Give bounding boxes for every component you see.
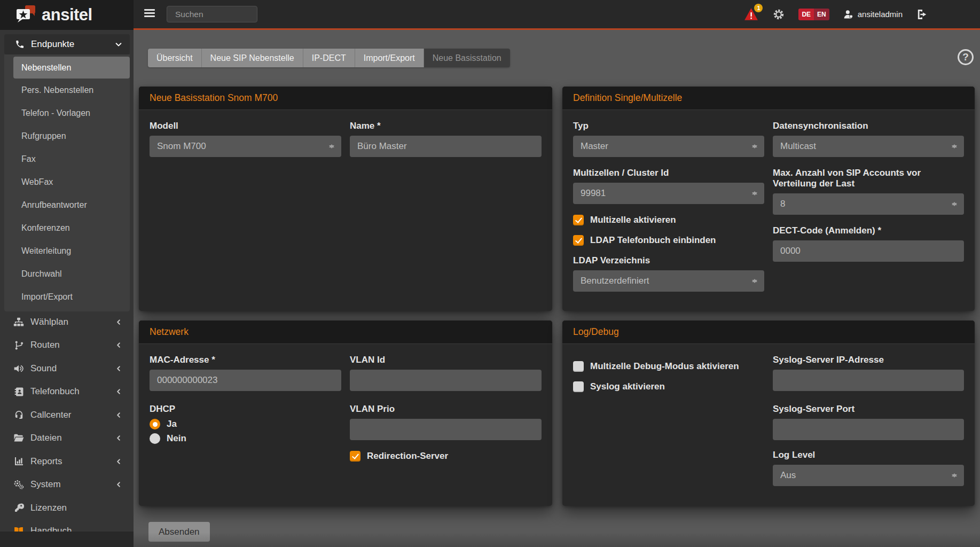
lang-de-button[interactable]: DE [798,9,814,20]
mac-adresse-input[interactable] [150,370,341,391]
tab-ip-dect[interactable]: IP-DECT [303,49,355,67]
typ-label: Typ [573,121,764,131]
typ-select-value: Master [581,141,608,152]
brand-logo-icon [14,4,38,26]
panel-neue-basisstation: Neue Basisstation Snom M700 Modell Snom … [139,87,552,311]
syslog-ip-input[interactable] [773,370,964,391]
sidebar-item-rufgruppen[interactable]: Rufgruppen [4,124,130,147]
sidebar-item-label: Wählplan [30,317,68,327]
name-input[interactable] [350,136,542,157]
sidebar-item-callcenter[interactable]: Callcenter [0,403,134,427]
syslog-aktivieren-label: Syslog aktivieren [590,381,665,392]
tab-uebersicht[interactable]: Übersicht [148,49,202,67]
sidebar-item-endpunkte[interactable]: Endpunkte [4,34,130,54]
submit-button[interactable]: Absenden [148,522,210,542]
sidebar-item-sound[interactable]: Sound [0,357,134,380]
help-icon[interactable]: ? [958,49,974,65]
panel-title: Netzwerk [139,321,552,344]
sidebar-bottom-shade [0,532,134,547]
syslog-aktivieren-checkbox[interactable] [573,381,584,392]
sidebar-item-webfax[interactable]: WebFax [4,170,130,193]
select-caret-icon [752,189,757,198]
chevron-left-icon [115,435,122,441]
dect-code-label: DECT-Code (Anmelden) * [773,225,964,236]
tab-neue-basisstation[interactable]: Neue Basisstation [424,49,510,67]
settings-gear-icon[interactable] [773,9,785,20]
log-level-label: Log Level [773,450,964,460]
dhcp-nein-radio[interactable] [150,433,160,444]
endpunkte-submenu: Nebenstellen Pers. Nebenstellen Telefon … [4,54,130,311]
select-caret-icon [952,471,957,480]
sidebar-item-fax[interactable]: Fax [4,147,130,170]
logout-icon[interactable] [916,9,928,20]
sidebar-item-dateien[interactable]: Dateien [0,427,134,450]
debug-modus-checkbox[interactable] [573,361,584,372]
search-input[interactable] [167,6,257,22]
user-menu[interactable]: ansiteladmin [843,9,903,20]
panel-netzwerk: Netzwerk MAC-Adresse * DHCP Ja Nein [139,321,552,506]
sidebar-nav: Wählplan Routen Sound [0,310,134,543]
cluster-id-label: Multizellen / Cluster Id [573,168,764,178]
address-book-icon [13,386,25,397]
chevron-left-icon [115,365,122,372]
panel-definition-multizelle: Definition Single/Multizelle Typ Master … [562,87,975,311]
typ-select[interactable]: Master [573,136,764,157]
multizelle-aktivieren-checkbox[interactable] [573,215,584,225]
vlan-id-input[interactable] [350,370,542,391]
sidebar-item-routen[interactable]: Routen [0,334,134,357]
sidebar-item-waehlplan[interactable]: Wählplan [0,310,134,334]
sidebar-item-pers-nebenstellen[interactable]: Pers. Nebenstellen [4,79,130,101]
topbar: 1 DE EN ansiteladmin [0,0,980,30]
vlan-prio-input[interactable] [350,419,542,440]
alert-count-badge: 1 [754,4,763,12]
branch-icon [13,340,25,350]
max-sip-accounts-select[interactable]: 8 [773,193,964,215]
lang-en-button[interactable]: EN [814,9,829,20]
sidebar-item-weiterleitung[interactable]: Weiterleitung [4,239,130,262]
sidebar-item-anrufbeantworter[interactable]: Anrufbeantworter [4,193,130,216]
volume-icon [13,363,25,374]
log-level-select-value: Aus [780,470,796,481]
folder-open-icon [13,433,25,443]
redirection-server-label: Redirection-Server [367,451,448,462]
sidebar-item-durchwahl[interactable]: Durchwahl [4,262,130,285]
multizelle-aktivieren-label: Multizelle aktivieren [590,215,676,225]
chevron-left-icon [115,458,122,465]
sidebar-item-telefon-vorlagen[interactable]: Telefon - Vorlagen [4,101,130,124]
redirection-server-checkbox[interactable] [350,451,360,462]
sidebar-toggle-button[interactable] [144,9,155,18]
tab-import-export[interactable]: Import/Export [355,49,424,67]
datensynchronisation-select[interactable]: Multicast [773,136,964,157]
sidebar-item-label: Dateien [30,433,62,443]
sidebar-item-telefonbuch[interactable]: Telefonbuch [0,380,134,404]
alerts-button[interactable]: 1 [744,7,759,21]
sidebar-item-label: System [30,479,61,490]
syslog-port-input[interactable] [773,419,964,440]
ldap-telefonbuch-checkbox[interactable] [573,235,584,246]
language-switcher: DE EN [798,9,829,20]
sidebar-item-nebenstellen[interactable]: Nebenstellen [13,57,130,79]
sidebar-item-system[interactable]: System [0,473,134,497]
sidebar-item-label: Reports [30,456,62,467]
log-level-select[interactable]: Aus [773,465,964,486]
sidebar-item-label: Sound [30,363,57,374]
dhcp-ja-radio[interactable] [150,419,160,429]
tab-bar: Übersicht Neue SIP Nebenstelle IP-DECT I… [148,49,510,67]
ldap-verzeichnis-select[interactable]: Benutzerdefiniert [573,270,764,292]
sidebar-item-reports[interactable]: Reports [0,450,134,473]
chevron-left-icon [115,481,122,488]
panel-log-debug: Log/Debug Multizelle Debug-Modus aktivie… [562,321,975,506]
modell-select[interactable]: Snom M700 [150,136,341,157]
brand-logo[interactable]: ansitel [0,0,134,30]
ldap-telefonbuch-label: LDAP Telefonbuch einbinden [590,235,716,246]
cluster-id-select[interactable]: 99981 [573,183,764,204]
name-label: Name * [350,121,542,131]
ldap-telefonbuch-row: LDAP Telefonbuch einbinden [573,235,764,246]
ldap-verzeichnis-select-value: Benutzerdefiniert [581,276,649,286]
sidebar-item-konferenzen[interactable]: Konferenzen [4,216,130,239]
bar-chart-icon [13,456,25,467]
tab-neue-sip-nebenstelle[interactable]: Neue SIP Nebenstelle [202,49,303,67]
sidebar-item-lizenzen[interactable]: Lizenzen [0,496,134,520]
dect-code-input[interactable] [773,240,964,262]
sidebar-item-import-export[interactable]: Import/Export [4,285,130,308]
